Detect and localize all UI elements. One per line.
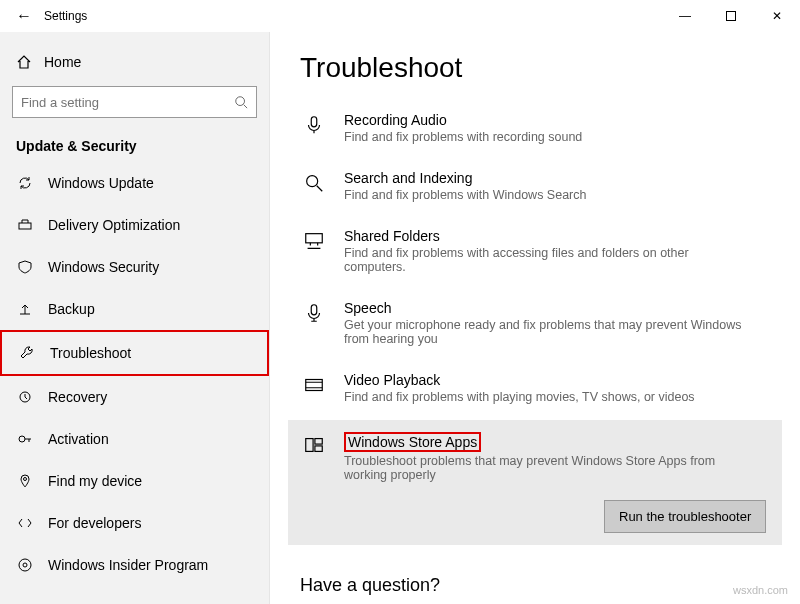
svg-point-1 xyxy=(236,97,245,106)
window-controls: — ✕ xyxy=(662,0,800,32)
sidebar-item-label: Delivery Optimization xyxy=(48,217,180,233)
wrench-icon xyxy=(18,344,36,362)
run-troubleshooter-button[interactable]: Run the troubleshooter xyxy=(604,500,766,533)
ts-desc: Find and fix problems with recording sou… xyxy=(344,130,582,144)
sidebar-item-label: Windows Insider Program xyxy=(48,557,208,573)
home-icon xyxy=(16,54,32,70)
key-icon xyxy=(16,430,34,448)
sidebar-item-activation[interactable]: Activation xyxy=(0,418,269,460)
svg-rect-3 xyxy=(19,223,31,229)
sidebar-item-troubleshoot[interactable]: Troubleshoot xyxy=(0,330,269,376)
ts-desc: Find and fix problems with Windows Searc… xyxy=(344,188,586,202)
insider-icon xyxy=(16,556,34,574)
delivery-icon xyxy=(16,216,34,234)
ts-item-shared-folders[interactable]: Shared FoldersFind and fix problems with… xyxy=(300,218,770,290)
window-title: Settings xyxy=(44,9,87,23)
svg-rect-14 xyxy=(306,380,323,391)
shield-icon xyxy=(16,258,34,276)
page-heading: Troubleshoot xyxy=(300,52,770,84)
back-button[interactable]: ← xyxy=(8,7,40,25)
ts-item-video-playback[interactable]: Video PlaybackFind and fix problems with… xyxy=(300,362,770,420)
sidebar-item-label: Backup xyxy=(48,301,95,317)
ts-label: Search and Indexing xyxy=(344,170,586,186)
question-heading: Have a question? xyxy=(300,575,770,596)
sidebar-item-label: Find my device xyxy=(48,473,142,489)
ts-item-windows-store-apps[interactable]: Windows Store Apps Troubleshoot problems… xyxy=(288,420,782,545)
sync-icon xyxy=(16,174,34,192)
svg-line-11 xyxy=(317,186,323,192)
sidebar-item-recovery[interactable]: Recovery xyxy=(0,376,269,418)
sidebar-item-label: Windows Security xyxy=(48,259,159,275)
backup-icon xyxy=(16,300,34,318)
code-icon xyxy=(16,514,34,532)
nav-list: Windows Update Delivery Optimization Win… xyxy=(0,162,269,594)
microphone-icon xyxy=(300,114,328,142)
svg-rect-16 xyxy=(315,439,322,445)
sidebar-item-backup[interactable]: Backup xyxy=(0,288,269,330)
search-large-icon xyxy=(300,172,328,200)
ts-item-speech[interactable]: SpeechGet your microphone ready and fix … xyxy=(300,290,770,362)
search-input[interactable] xyxy=(21,95,234,110)
ts-label: Video Playback xyxy=(344,372,695,388)
speech-icon xyxy=(300,302,328,330)
search-icon xyxy=(234,95,248,109)
svg-rect-12 xyxy=(306,234,323,243)
sidebar-item-windows-security[interactable]: Windows Security xyxy=(0,246,269,288)
ts-desc: Get your microphone ready and fix proble… xyxy=(344,318,744,346)
ts-desc: Find and fix problems with playing movie… xyxy=(344,390,695,404)
svg-point-10 xyxy=(307,176,318,187)
video-icon xyxy=(300,374,328,402)
svg-rect-15 xyxy=(306,439,313,452)
ts-label: Windows Store Apps xyxy=(344,432,481,452)
sidebar-item-label: Windows Update xyxy=(48,175,154,191)
folder-network-icon xyxy=(300,230,328,258)
minimize-button[interactable]: — xyxy=(662,0,708,32)
sidebar-item-label: Recovery xyxy=(48,389,107,405)
home-nav[interactable]: Home xyxy=(0,44,269,80)
svg-rect-0 xyxy=(727,12,736,21)
svg-rect-17 xyxy=(315,446,322,452)
ts-item-recording-audio[interactable]: Recording AudioFind and fix problems wit… xyxy=(300,102,770,160)
sidebar-item-find-my-device[interactable]: Find my device xyxy=(0,460,269,502)
sidebar-item-windows-update[interactable]: Windows Update xyxy=(0,162,269,204)
svg-rect-9 xyxy=(311,117,317,127)
titlebar: ← Settings — ✕ xyxy=(0,0,800,32)
sidebar-item-label: For developers xyxy=(48,515,141,531)
search-box[interactable] xyxy=(12,86,257,118)
sidebar-item-label: Troubleshoot xyxy=(50,345,131,361)
svg-line-2 xyxy=(244,105,248,109)
sidebar-item-windows-insider[interactable]: Windows Insider Program xyxy=(0,544,269,586)
watermark: wsxdn.com xyxy=(733,584,788,596)
ts-desc: Troubleshoot problems that may prevent W… xyxy=(344,454,744,482)
svg-rect-13 xyxy=(311,305,317,315)
apps-icon xyxy=(300,434,328,462)
close-button[interactable]: ✕ xyxy=(754,0,800,32)
location-icon xyxy=(16,472,34,490)
recovery-icon xyxy=(16,388,34,406)
ts-label: Recording Audio xyxy=(344,112,582,128)
sidebar-item-delivery-optimization[interactable]: Delivery Optimization xyxy=(0,204,269,246)
sidebar: Home Update & Security Windows Update De… xyxy=(0,32,270,604)
svg-point-5 xyxy=(19,436,25,442)
section-title: Update & Security xyxy=(0,132,269,162)
maximize-button[interactable] xyxy=(708,0,754,32)
svg-point-6 xyxy=(24,478,27,481)
ts-label: Speech xyxy=(344,300,744,316)
svg-point-7 xyxy=(19,559,31,571)
main-content: Troubleshoot Recording AudioFind and fix… xyxy=(270,32,800,604)
ts-item-search-indexing[interactable]: Search and IndexingFind and fix problems… xyxy=(300,160,770,218)
sidebar-item-for-developers[interactable]: For developers xyxy=(0,502,269,544)
sidebar-item-label: Activation xyxy=(48,431,109,447)
ts-desc: Find and fix problems with accessing fil… xyxy=(344,246,744,274)
ts-label: Shared Folders xyxy=(344,228,744,244)
svg-point-8 xyxy=(23,563,27,567)
home-label: Home xyxy=(44,54,81,70)
